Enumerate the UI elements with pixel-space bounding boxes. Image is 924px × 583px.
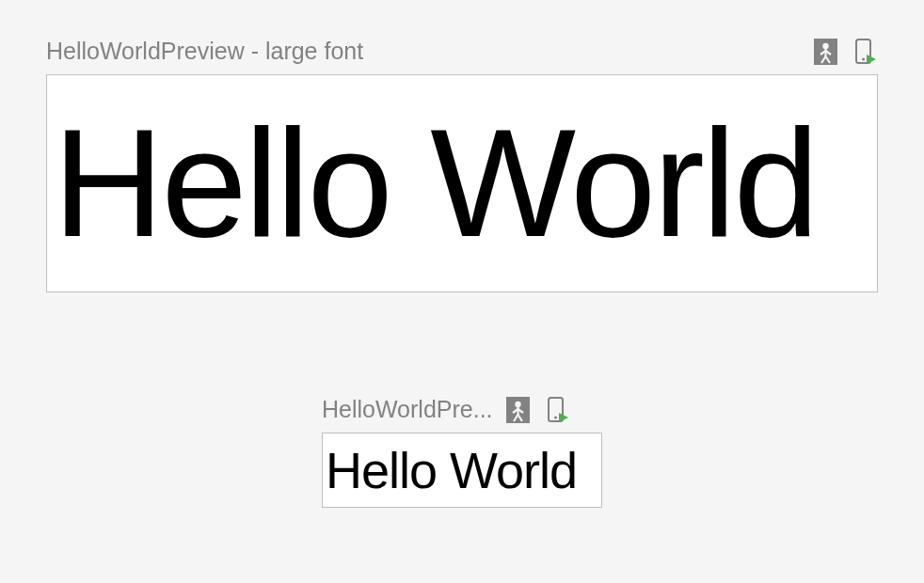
interactive-preview-icon[interactable]: [814, 39, 837, 65]
preview-header-large: HelloWorldPreview - large font: [46, 38, 878, 65]
preview-block-small: HelloWorldPre...: [322, 396, 602, 508]
svg-point-5: [515, 401, 520, 406]
preview-actions-small: [506, 397, 570, 423]
interactive-preview-icon[interactable]: [506, 397, 530, 423]
svg-point-1: [822, 42, 828, 48]
preview-header-small: HelloWorldPre...: [322, 396, 602, 423]
preview-frame-large: Hello World: [46, 74, 878, 292]
preview-title-large: HelloWorldPreview - large font: [46, 38, 363, 65]
preview-block-large: HelloWorldPreview - large font: [46, 38, 878, 292]
preview-content-small: Hello World: [326, 445, 577, 496]
preview-content-large: Hello World: [53, 106, 817, 260]
preview-actions-large: [814, 39, 878, 65]
preview-frame-small: Hello World: [322, 433, 602, 508]
preview-title-small: HelloWorldPre...: [322, 396, 493, 423]
run-on-device-icon[interactable]: [547, 397, 570, 423]
svg-point-7: [554, 416, 557, 418]
run-on-device-icon[interactable]: [854, 39, 878, 65]
svg-point-3: [862, 57, 865, 60]
